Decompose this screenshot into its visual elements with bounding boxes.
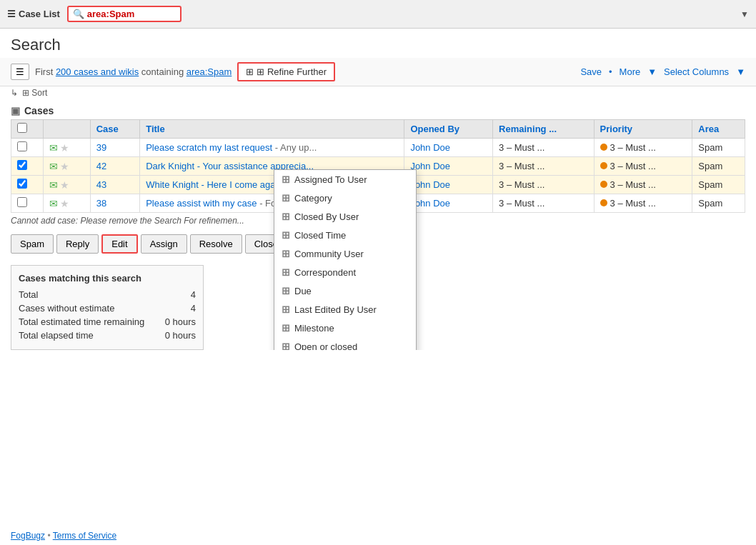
email-icon: ✉	[49, 198, 58, 209]
stats-row: Total estimated time remaining0 hours	[19, 315, 196, 329]
section-title: Cases	[24, 105, 54, 116]
col-remaining[interactable]: Remaining ...	[493, 120, 594, 139]
row-checkbox-cell[interactable]	[11, 139, 44, 157]
dropdown-item[interactable]: ⊞Closed By User	[274, 207, 416, 226]
row-title[interactable]: Please scratch my last request - Any up.…	[140, 139, 404, 157]
select-columns-button[interactable]: Select Columns	[664, 66, 729, 77]
dropdown-item[interactable]: ⊞Category	[274, 189, 416, 207]
save-button[interactable]: Save	[580, 66, 602, 77]
stats-title: Cases matching this search	[19, 273, 196, 284]
stats-label: Total estimated time remaining	[19, 316, 144, 327]
refine-further-button[interactable]: ⊞ ⊞ Refine Further	[237, 62, 335, 81]
dropdown-item-label: Assigned To User	[294, 174, 367, 185]
app-title: Case List	[19, 9, 60, 19]
priority-dot	[600, 199, 607, 206]
title-link[interactable]: Please assist with my case	[146, 198, 257, 209]
title-link[interactable]: Please scratch my last request	[146, 142, 272, 153]
priority-dot	[600, 162, 607, 169]
dropdown-item[interactable]: ⊞Closed Time	[274, 226, 416, 244]
email-icon: ✉	[49, 142, 58, 154]
header-bar: ☰ Case List 🔍 ▼	[0, 0, 756, 29]
title-suffix: - Any up...	[275, 142, 317, 153]
row-checkbox[interactable]	[17, 179, 27, 189]
row-priority: 3 – Must ...	[594, 194, 692, 213]
row-opened-by: John Doe	[404, 157, 493, 176]
dropdown-item[interactable]: ⊞Community User	[274, 244, 416, 263]
list-view-button[interactable]: ☰	[11, 64, 29, 80]
edit-button[interactable]: Edit	[101, 234, 137, 254]
table-row: ✉ ★ 39 Please scratch my last request - …	[11, 139, 745, 157]
reply-button[interactable]: Reply	[56, 234, 99, 254]
row-checkbox-cell[interactable]	[11, 157, 44, 176]
dropdown-item-label: Milestone	[294, 323, 334, 334]
plus-icon: ⊞	[282, 248, 290, 259]
row-opened-by: John Doe	[404, 194, 493, 213]
collapse-icon[interactable]: ▣	[11, 105, 20, 116]
row-case-num[interactable]: 38	[90, 194, 139, 213]
stats-label: Total elapsed time	[19, 330, 94, 341]
separator-dot: •	[609, 66, 612, 77]
dropdown-item[interactable]: ⊞Assigned To User	[274, 170, 416, 189]
col-case[interactable]: Case	[90, 120, 139, 139]
row-case-num[interactable]: 42	[90, 157, 139, 176]
assign-button[interactable]: Assign	[141, 234, 187, 254]
row-remaining: 3 – Must ...	[493, 176, 594, 194]
col-priority[interactable]: Priority	[594, 120, 692, 139]
spam-button[interactable]: Spam	[11, 234, 54, 254]
results-count-link[interactable]: 200 cases and wikis	[56, 66, 139, 77]
dropdown-item[interactable]: ⊞Open or closed	[274, 337, 416, 350]
dropdown-item[interactable]: ⊞Last Edited By User	[274, 300, 416, 319]
chevron-down-icon[interactable]: ▼	[647, 66, 657, 77]
stats-row: Cases without estimate4	[19, 301, 196, 315]
row-remaining: 3 – Must ...	[493, 139, 594, 157]
row-priority: 3 – Must ...	[594, 157, 692, 176]
dropdown-item[interactable]: ⊞Due	[274, 281, 416, 300]
case-link[interactable]: 43	[96, 179, 106, 190]
dropdown-item-label: Community User	[294, 249, 364, 259]
star-icon[interactable]: ★	[60, 198, 69, 209]
stats-value: 4	[191, 303, 196, 314]
plus-icon: ⊞	[282, 304, 290, 315]
dropdown-item[interactable]: ⊞Milestone	[274, 319, 416, 337]
row-priority: 3 – Must ...	[594, 176, 692, 194]
row-icons-cell: ✉ ★	[43, 157, 90, 176]
col-title[interactable]: Title	[140, 120, 404, 139]
case-link[interactable]: 38	[96, 198, 106, 209]
col-checkbox	[11, 120, 44, 139]
resolve-button[interactable]: Resolve	[190, 234, 242, 254]
case-link[interactable]: 42	[96, 161, 106, 171]
more-button[interactable]: More	[620, 66, 641, 77]
section-header: ▣ Cases	[11, 105, 745, 116]
row-checkbox[interactable]	[17, 141, 27, 151]
dropdown-item[interactable]: ⊞Correspondent	[274, 263, 416, 281]
chevron-down-icon2[interactable]: ▼	[736, 66, 745, 77]
row-checkbox[interactable]	[17, 160, 27, 170]
plus-icon: ⊞	[282, 229, 290, 241]
dropdown-item-label: Correspondent	[294, 267, 356, 278]
sort-button[interactable]: ⊞ Sort	[22, 88, 47, 98]
row-checkbox-cell[interactable]	[11, 176, 44, 194]
star-icon[interactable]: ★	[60, 161, 69, 172]
star-icon[interactable]: ★	[60, 179, 69, 191]
row-checkbox-cell[interactable]	[11, 194, 44, 213]
area-link[interactable]: area:Spam	[186, 66, 232, 77]
stats-value: 0 hours	[165, 316, 196, 327]
col-icons	[43, 120, 90, 139]
row-case-num[interactable]: 39	[90, 139, 139, 157]
chevron-down-icon[interactable]: ▼	[740, 9, 749, 19]
star-icon[interactable]: ★	[60, 142, 69, 154]
search-box[interactable]: 🔍	[67, 6, 181, 22]
stats-row: Total4	[19, 288, 196, 301]
email-icon: ✉	[49, 179, 58, 191]
row-checkbox[interactable]	[17, 197, 27, 207]
row-case-num[interactable]: 43	[90, 176, 139, 194]
col-area[interactable]: Area	[692, 120, 745, 139]
search-input[interactable]	[87, 9, 176, 19]
col-opened-by[interactable]: Opened By	[404, 120, 493, 139]
opened-by-link[interactable]: John Doe	[410, 142, 450, 153]
priority-dot	[600, 181, 607, 188]
select-all-checkbox[interactable]	[17, 123, 27, 133]
case-link[interactable]: 39	[96, 142, 106, 153]
toolbar-right: Save • More ▼ Select Columns ▼	[580, 66, 745, 77]
stats-label: Total	[19, 289, 38, 300]
